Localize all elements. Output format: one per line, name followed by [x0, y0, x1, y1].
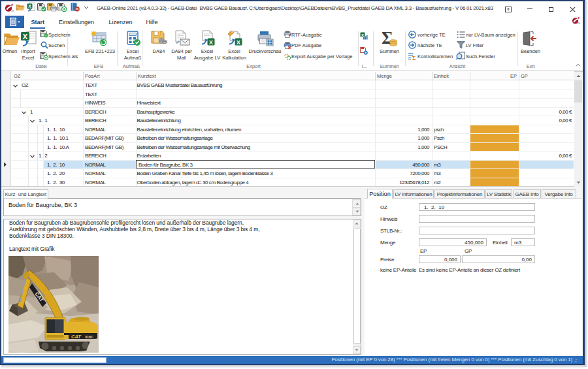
svg-text:X: X: [237, 39, 241, 46]
svg-text:X: X: [23, 33, 28, 40]
svg-text:JS: JS: [11, 9, 14, 12]
svg-text:X: X: [28, 4, 31, 8]
svg-text:X: X: [209, 39, 214, 46]
svg-text:Σ: Σ: [412, 56, 416, 61]
svg-text:JS: JS: [578, 22, 580, 25]
svg-text:318C: 318C: [85, 335, 93, 339]
svg-text:CAT: CAT: [71, 334, 82, 340]
svg-text:X: X: [361, 33, 364, 37]
